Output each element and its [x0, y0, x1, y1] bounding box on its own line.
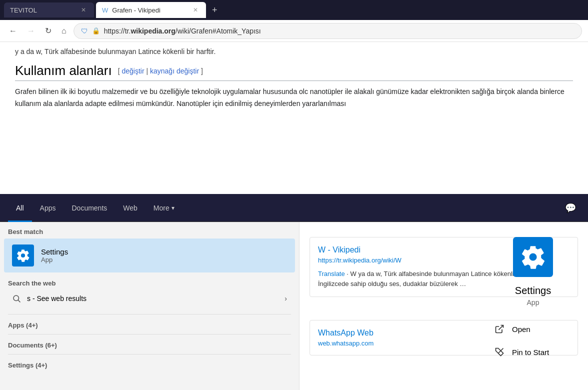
- search-left-panel: Best match Settings App Search the: [0, 222, 299, 390]
- wiki-edit-links[interactable]: [ değiştir | kaynağı değiştir ]: [118, 67, 203, 75]
- right-actions: Open Pin to Start: [488, 318, 578, 362]
- svg-line-1: [18, 300, 20, 302]
- settings-detail-type: App: [527, 298, 540, 306]
- search-web-label: Search the web: [4, 278, 295, 289]
- translate-link[interactable]: Translate: [318, 270, 345, 278]
- tab-bar: TEVITOL ✕ W Grafen - Vikipedi ✕ +: [0, 0, 588, 20]
- search-overlay: All Apps Documents Web More ▾ 💬 Best mat…: [0, 194, 588, 390]
- home-button[interactable]: ⌂: [58, 24, 70, 38]
- tab-active-label: Grafen - Vikipedi: [112, 6, 160, 14]
- web-result-text: s - See web results: [27, 294, 278, 302]
- web-search-icon: [12, 294, 21, 303]
- web-result-arrow: ›: [284, 294, 287, 302]
- best-match-type: App: [41, 256, 68, 264]
- tab-active-wiki-icon: W: [102, 6, 108, 14]
- web-result-item[interactable]: s - See web results ›: [4, 289, 295, 308]
- browser-content: y a da w, Türk alfabesinde bulunmayan La…: [0, 42, 588, 114]
- tab-inactive-label: TEVITOL: [10, 6, 37, 14]
- new-tab-button[interactable]: +: [208, 2, 222, 18]
- tab-web[interactable]: Web: [115, 194, 146, 222]
- feedback-icon[interactable]: 💬: [561, 198, 580, 218]
- wiki-paragraph: Grafen bilinen ilk iki boyutlu malzemedi…: [15, 86, 573, 110]
- svg-line-2: [498, 326, 503, 330]
- forward-button[interactable]: →: [24, 24, 38, 38]
- kaynagi-link[interactable]: kaynağı değiştir: [150, 67, 199, 75]
- divider-2: [8, 334, 291, 334]
- search-web-section: Search the web s - See web results ›: [0, 272, 299, 311]
- settings-detail-panel: Settings App Open: [478, 222, 588, 378]
- pin-label: Pin to Start: [512, 348, 549, 356]
- reload-button[interactable]: ↻: [42, 24, 54, 38]
- back-button[interactable]: ←: [6, 24, 20, 38]
- browser-chrome: TEVITOL ✕ W Grafen - Vikipedi ✕ + ← → ↻ …: [0, 0, 588, 42]
- tab-all[interactable]: All: [8, 194, 32, 222]
- svg-point-0: [14, 296, 19, 301]
- search-tabs: All Apps Documents Web More ▾ 💬: [0, 194, 588, 222]
- nav-bar: ← → ↻ ⌂ 🛡 🔒 https://tr.wikipedia.org/wik…: [0, 20, 588, 42]
- best-match-label: Best match: [0, 222, 299, 238]
- url-text: https://tr.wikipedia.org/wiki/Grafen#Ato…: [104, 27, 574, 35]
- wiki-heading-section: Kullanım alanları [ değiştir | kaynağı d…: [0, 60, 588, 114]
- search-right-panel: W - Vikipedi https://tr.wikipedia.org/wi…: [299, 222, 588, 390]
- chevron-down-icon: ▾: [172, 204, 174, 212]
- tab-inactive[interactable]: TEVITOL ✕: [4, 2, 94, 18]
- settings-app-icon: [12, 244, 34, 266]
- wiki-section: y a da w, Türk alfabesinde bulunmayan La…: [0, 42, 588, 60]
- open-action[interactable]: Open: [488, 318, 578, 340]
- category-docs[interactable]: Documents (6+): [0, 338, 299, 351]
- divider-3: [8, 354, 291, 354]
- category-settings[interactable]: Settings (4+): [0, 358, 299, 371]
- best-match-item[interactable]: Settings App: [4, 238, 295, 272]
- address-bar[interactable]: 🛡 🔒 https://tr.wikipedia.org/wiki/Grafen…: [74, 23, 582, 39]
- settings-detail-icon: [513, 237, 553, 277]
- edit-link[interactable]: değiştir: [122, 67, 144, 75]
- category-apps[interactable]: Apps (4+): [0, 318, 299, 331]
- tab-active-close[interactable]: ✕: [191, 6, 200, 14]
- tab-active[interactable]: W Grafen - Vikipedi ✕: [96, 2, 206, 18]
- shield-icon: 🛡: [81, 27, 88, 35]
- tab-documents[interactable]: Documents: [64, 194, 115, 222]
- pin-icon: [494, 346, 505, 358]
- open-label: Open: [512, 325, 530, 334]
- tab-inactive-close[interactable]: ✕: [79, 6, 88, 14]
- divider-1: [8, 314, 291, 314]
- best-match-info: Settings App: [41, 248, 68, 264]
- lock-icon: 🔒: [92, 27, 100, 34]
- best-match-name: Settings: [41, 248, 68, 256]
- tab-apps[interactable]: Apps: [32, 194, 64, 222]
- settings-detail-name: Settings: [515, 285, 551, 296]
- pin-to-start-action[interactable]: Pin to Start: [488, 342, 578, 362]
- tab-more[interactable]: More ▾: [146, 194, 182, 222]
- wiki-heading: Kullanım alanları [ değiştir | kaynağı d…: [15, 63, 573, 81]
- search-body: Best match Settings App Search the: [0, 222, 588, 390]
- open-icon: [494, 324, 505, 334]
